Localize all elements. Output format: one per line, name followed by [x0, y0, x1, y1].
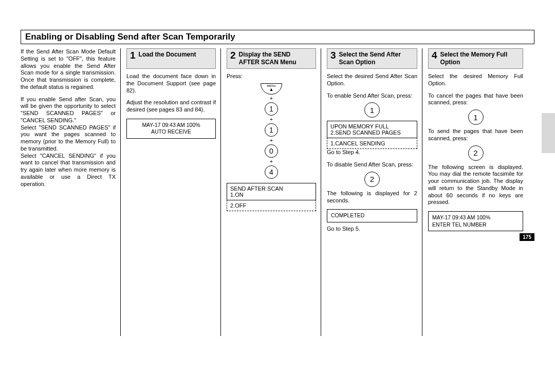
- up-arrow-icon: ▲: [269, 87, 274, 92]
- step2-column: 2 Display the SEND AFTER SCAN Menu Press…: [220, 48, 321, 238]
- plus-icon: +: [270, 159, 273, 164]
- intro-p4: Select "CANCEL SENDING" if you want to c…: [21, 153, 116, 188]
- menu-key-icon: MENU ▲: [261, 83, 282, 95]
- step4-p2: To cancel the pages that have been scann…: [428, 92, 523, 107]
- step3-p5: The following is displayed for 2 seconds…: [327, 190, 417, 204]
- lcd-line: MAY-17 09:43 AM 100%: [131, 122, 212, 129]
- lcd-line: AUTO RECEIVE: [131, 128, 212, 136]
- intro-p2: If you enable Send after Scan, you will …: [21, 96, 116, 124]
- step2-press: Press:: [227, 73, 316, 80]
- plus-icon: +: [270, 117, 273, 122]
- step4-title: Select the Memory Full Option: [440, 50, 520, 66]
- intro-p3: Select "SEND SCANNED PAG­ES" if you want…: [21, 124, 116, 153]
- digit-key-icon: 1: [468, 109, 484, 125]
- step3-p1: Select the desired Send After Scan Optio…: [327, 73, 417, 87]
- step2-title: Display the SEND AFTER SCAN Menu: [239, 50, 312, 66]
- digit-key-icon: 4: [265, 165, 278, 179]
- step4-p4: The following screen is dis­played. You …: [428, 164, 523, 207]
- step4-column: 4 Select the Memory Full Option Select t…: [422, 48, 523, 238]
- step4-p1: Select the desired Memory Full Option.: [428, 73, 523, 87]
- column-divider: [120, 48, 121, 336]
- step3-title: Select the Send After Scan Option: [339, 50, 414, 66]
- plus-icon: +: [270, 96, 273, 101]
- column-divider: [220, 48, 221, 336]
- step3-number: 3: [330, 50, 336, 60]
- digit-key-icon: 1: [265, 102, 278, 116]
- step3-p3: Go to Step 4.: [327, 149, 417, 156]
- lcd-line: 1.CANCEL SENDING: [327, 138, 417, 149]
- lcd-line: MAY-17 09:43 AM 100%: [432, 214, 519, 221]
- step2-lcd: SEND AFTER SCAN 1.ON 2.OFF: [227, 183, 316, 211]
- step1-title: Load the Document: [139, 50, 196, 59]
- step3-p4: To disable Send After Scan, press:: [327, 161, 417, 169]
- digit-key-icon: 2: [364, 172, 380, 187]
- page-number: 175: [520, 233, 534, 241]
- lcd-line: UPON MEMORY FULL 2.SEND SCANNED PAGES: [327, 121, 417, 138]
- column-divider: [321, 48, 321, 336]
- step1-p2: Adjust the resolution and con­trast if d…: [126, 99, 216, 114]
- step3-p6: Go to Step 5.: [327, 226, 417, 233]
- step2-header: 2 Display the SEND AFTER SCAN Menu: [227, 48, 316, 69]
- digit-key-icon: 2: [468, 145, 484, 161]
- side-tab: [542, 113, 555, 153]
- step4-lcd: MAY-17 09:43 AM 100% ENTER TEL NUMBER: [428, 211, 523, 231]
- lcd-line: SEND AFTER SCAN 1.ON: [227, 183, 316, 200]
- digit-key-icon: 1: [364, 102, 380, 118]
- step1-lcd: MAY-17 09:43 AM 100% AUTO RECEIVE: [126, 119, 216, 139]
- intro-column: If the Send After Scan Mode Default Sett…: [21, 48, 120, 238]
- step4-header: 4 Select the Memory Full Option: [428, 48, 523, 69]
- column-divider: [422, 48, 422, 336]
- step2-number: 2: [230, 50, 236, 60]
- step3-header: 3 Select the Send After Scan Option: [327, 48, 417, 69]
- plus-icon: +: [270, 138, 273, 143]
- step1-p1: Load the document face down in the Docum…: [126, 73, 216, 94]
- intro-p1: If the Send After Scan Mode Default Sett…: [21, 48, 116, 91]
- digit-key-icon: 1: [265, 123, 278, 137]
- page-title: Enabling or Disabling Send after Scan Te…: [21, 30, 534, 44]
- step1-column: 1 Load the Document Load the document fa…: [120, 48, 220, 238]
- step4-number: 4: [432, 50, 437, 60]
- content-columns: If the Send After Scan Mode Default Sett…: [21, 48, 534, 238]
- step1-header: 1 Load the Document: [126, 48, 216, 69]
- lcd-line: 2.OFF: [227, 200, 316, 211]
- step2-key-sequence: MENU ▲ + 1 + 1 + 0 + 4: [227, 83, 316, 179]
- step1-number: 1: [130, 50, 136, 60]
- step3-lcd: UPON MEMORY FULL 2.SEND SCANNED PAGES 1.…: [327, 121, 417, 149]
- step3-lcd2: COMPLETED: [327, 209, 417, 222]
- digit-key-icon: 0: [265, 144, 278, 158]
- step3-p2: To enable Send After Scan, press:: [327, 92, 417, 100]
- step3-column: 3 Select the Send After Scan Option Sele…: [321, 48, 422, 238]
- step4-p3: To send the pages that have been scanned…: [428, 128, 523, 142]
- lcd-line: ENTER TEL NUMBER: [432, 221, 519, 229]
